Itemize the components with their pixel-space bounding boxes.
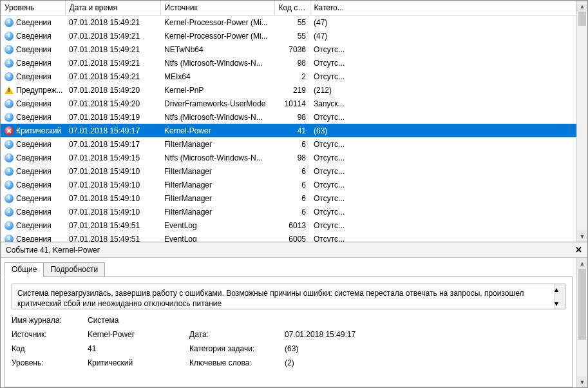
tab-general[interactable]: Общие	[5, 262, 44, 277]
cell-level: Критический	[1, 124, 65, 137]
detail-scroll-down[interactable]: ▼	[577, 376, 587, 387]
cell-source: FilterManager	[160, 205, 274, 218]
detail-scroll-thumb[interactable]	[578, 269, 586, 340]
cell-level-text: Сведения	[16, 140, 52, 149]
info-icon	[5, 72, 14, 81]
table-row[interactable]: Сведения07.01.2018 15:49:15Ntfs (Microso…	[1, 151, 576, 164]
cell-level-text: Сведения	[16, 208, 52, 217]
col-source[interactable]: Источник	[160, 1, 274, 15]
col-category[interactable]: Катего...	[310, 1, 576, 15]
cell-source: Kernel-Processor-Power (Mi...	[160, 15, 274, 30]
cell-category: (63)	[310, 124, 576, 137]
table-row[interactable]: Сведения07.01.2018 15:49:17FilterManager…	[1, 137, 576, 151]
scroll-thumb[interactable]	[578, 12, 586, 26]
detail-tabs: Общие Подробности	[5, 262, 573, 276]
scroll-down-button[interactable]: ▼	[577, 231, 587, 242]
cell-source: Kernel-Processor-Power (Mi...	[160, 29, 274, 43]
detail-scroll-up[interactable]: ▲	[577, 258, 587, 269]
cell-level-text: Сведения	[16, 99, 52, 108]
info-icon	[5, 113, 14, 122]
table-row[interactable]: Предупреж...07.01.2018 15:49:20Kernel-Pn…	[1, 83, 576, 97]
cell-level: Сведения	[1, 191, 65, 205]
cell-level: Сведения	[1, 137, 65, 151]
cell-datetime: 07.01.2018 15:49:51	[65, 232, 160, 242]
event-list-pane: Уровень Дата и время Источник Код со... …	[1, 1, 587, 242]
cell-source: MEIx64	[160, 70, 274, 83]
cell-datetime: 07.01.2018 15:49:21	[65, 43, 160, 56]
table-row[interactable]: Сведения07.01.2018 15:49:21Kernel-Proces…	[1, 29, 576, 43]
table-row[interactable]: Сведения07.01.2018 15:49:21Kernel-Proces…	[1, 15, 576, 30]
table-row[interactable]: Критический07.01.2018 15:49:17Kernel-Pow…	[1, 124, 576, 137]
cell-code: 98	[274, 151, 310, 164]
table-row[interactable]: Сведения07.01.2018 15:49:20DriverFramewo…	[1, 97, 576, 110]
val-keywords: (2)	[285, 358, 565, 367]
col-level[interactable]: Уровень	[1, 1, 65, 15]
cell-source: FilterManager	[160, 137, 274, 151]
table-row[interactable]: Сведения07.01.2018 15:49:21MEIx642Отсутс…	[1, 70, 576, 83]
cell-level: Сведения	[1, 15, 65, 29]
cell-level-text: Сведения	[16, 72, 52, 81]
table-row[interactable]: Сведения07.01.2018 15:49:19Ntfs (Microso…	[1, 110, 576, 124]
info-icon	[5, 140, 14, 149]
val-code: 41	[88, 344, 184, 353]
tab-details[interactable]: Подробности	[43, 262, 105, 277]
table-row[interactable]: Сведения07.01.2018 15:49:51EventLog6005О…	[1, 232, 576, 242]
cell-code: 41	[274, 124, 310, 137]
table-row[interactable]: Сведения07.01.2018 15:49:10FilterManager…	[1, 178, 576, 191]
detail-close-button[interactable]: ✕	[573, 245, 583, 255]
table-row[interactable]: Сведения07.01.2018 15:49:10FilterManager…	[1, 191, 576, 205]
cell-category: Отсутс...	[310, 137, 576, 151]
event-properties-grid: Имя журнала: Система Источник: Kernel-Po…	[12, 316, 565, 367]
lbl-taskcat: Категория задачи:	[189, 344, 280, 353]
cell-level: Сведения	[1, 56, 65, 70]
info-icon	[5, 153, 14, 162]
cell-category: Отсутс...	[310, 218, 576, 232]
table-row[interactable]: Сведения07.01.2018 15:49:21Ntfs (Microso…	[1, 56, 576, 70]
cell-datetime: 07.01.2018 15:49:20	[65, 83, 160, 97]
cell-datetime: 07.01.2018 15:49:10	[65, 164, 160, 178]
cell-datetime: 07.01.2018 15:49:21	[65, 70, 160, 83]
cell-source: FilterManager	[160, 178, 274, 191]
cell-source: EventLog	[160, 232, 274, 242]
info-icon	[5, 45, 14, 54]
table-row[interactable]: Сведения07.01.2018 15:49:10FilterManager…	[1, 164, 576, 178]
val-taskcat: (63)	[285, 344, 565, 353]
cell-level: Сведения	[1, 29, 65, 43]
cell-datetime: 07.01.2018 15:49:20	[65, 97, 160, 110]
scroll-up-button[interactable]: ▲	[577, 1, 587, 12]
cell-category: Отсутс...	[310, 232, 576, 242]
cell-datetime: 07.01.2018 15:49:10	[65, 178, 160, 191]
info-icon	[5, 167, 14, 176]
cell-source: FilterManager	[160, 164, 274, 178]
col-code[interactable]: Код со...	[274, 1, 310, 15]
lbl-logname: Имя журнала:	[12, 316, 82, 325]
warning-icon	[5, 86, 14, 94]
scroll-track[interactable]	[577, 12, 587, 231]
info-icon	[5, 221, 14, 230]
lbl-source: Источник:	[12, 330, 82, 339]
table-row[interactable]: Сведения07.01.2018 15:49:21NETwNb647036О…	[1, 43, 576, 56]
cell-datetime: 07.01.2018 15:49:51	[65, 218, 160, 232]
event-viewer-window: Уровень Дата и время Источник Код со... …	[0, 0, 588, 388]
cell-level: Сведения	[1, 151, 65, 164]
cell-category: Отсутс...	[310, 151, 576, 164]
cell-datetime: 07.01.2018 15:49:21	[65, 56, 160, 70]
desc-scroll-up[interactable]: ▴	[555, 284, 565, 295]
desc-scrollbar[interactable]: ▴ ▾	[554, 284, 565, 309]
cell-level-text: Сведения	[16, 235, 52, 242]
desc-scroll-down[interactable]: ▾	[555, 298, 565, 309]
cell-source: Kernel-Power	[160, 124, 274, 137]
cell-level-text: Сведения	[16, 45, 52, 54]
cell-code: 6013	[274, 218, 310, 232]
cell-level: Сведения	[1, 110, 65, 124]
detail-scroll-track[interactable]	[577, 269, 587, 376]
info-icon	[5, 32, 14, 41]
critical-icon	[5, 126, 14, 135]
event-list-scrollbar[interactable]: ▲ ▼	[576, 1, 587, 242]
table-row[interactable]: Сведения07.01.2018 15:49:10FilterManager…	[1, 205, 576, 218]
table-header-row: Уровень Дата и время Источник Код со... …	[1, 1, 576, 15]
table-row[interactable]: Сведения07.01.2018 15:49:51EventLog6013О…	[1, 218, 576, 232]
col-datetime[interactable]: Дата и время	[65, 1, 160, 15]
detail-scrollbar[interactable]: ▲ ▼	[576, 258, 587, 387]
cell-datetime: 07.01.2018 15:49:10	[65, 205, 160, 218]
